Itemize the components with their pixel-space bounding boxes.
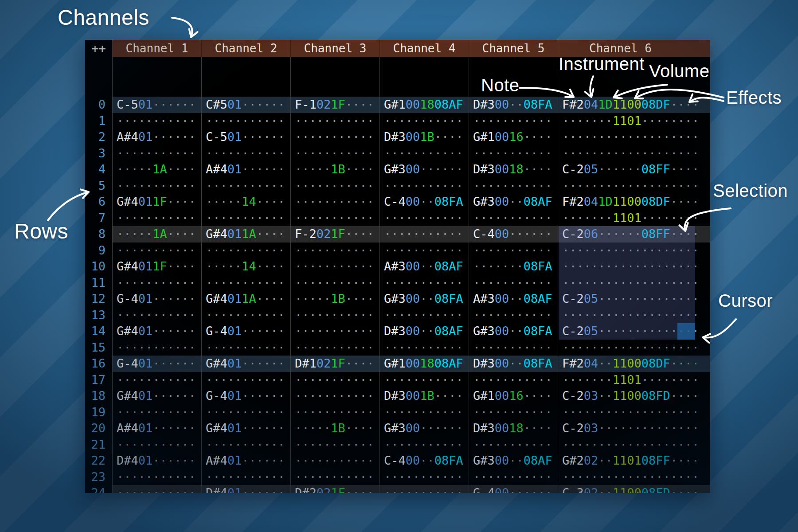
pattern-cell-ch1[interactable]: G#401······ [113, 323, 202, 340]
pattern-cell-ch4[interactable]: ··········· [380, 469, 469, 485]
pattern-cell-ch3[interactable]: ··········· [291, 469, 380, 485]
pattern-cell-ch6[interactable]: ··················· [558, 243, 710, 259]
pattern-cell-ch2[interactable]: G-401······ [202, 388, 291, 404]
pattern-cell-ch3[interactable]: ··········· [291, 113, 380, 129]
channel-header-4[interactable]: Channel 4 [380, 40, 469, 57]
pattern-cell-ch2[interactable]: G-401······ [202, 323, 291, 340]
pattern-cell-ch5[interactable]: ··········· [469, 469, 558, 485]
pattern-cell-ch1[interactable]: G#401······ [113, 388, 202, 404]
pattern-cell-ch5[interactable]: G#10016···· [469, 129, 558, 145]
pattern-cell-ch3[interactable]: ··········· [291, 210, 380, 227]
pattern-cell-ch6[interactable]: C-206······08FF···· [558, 226, 710, 243]
pattern-cell-ch5[interactable]: ··········· [469, 275, 558, 291]
pattern-cell-ch3[interactable]: ··········· [291, 243, 380, 259]
pattern-cell-ch4[interactable]: C-400··08FA [380, 453, 469, 469]
pattern-cell-ch6[interactable]: ··················· [558, 258, 710, 275]
pattern-cell-ch3[interactable]: ··········· [291, 340, 380, 356]
pattern-cell-ch4[interactable]: ··········· [380, 437, 469, 453]
pattern-cell-ch3[interactable]: ··········· [291, 437, 380, 453]
pattern-cell-ch2[interactable]: C#501······ [202, 97, 291, 113]
pattern-cell-ch6[interactable]: ·······1101········ [558, 113, 710, 129]
pattern-cell-ch5[interactable]: ··········· [469, 113, 558, 129]
pattern-cell-ch5[interactable]: ··········· [469, 178, 558, 194]
pattern-cell-ch5[interactable]: C-400······ [469, 226, 558, 243]
pattern-cell-ch5[interactable]: ·······08FA [469, 258, 558, 275]
pattern-cell-ch5[interactable]: D#30018···· [469, 420, 558, 437]
pattern-cell-ch1[interactable]: ··········· [113, 178, 202, 194]
pattern-cell-ch1[interactable]: ··········· [113, 210, 202, 227]
pattern-cell-ch1[interactable]: ··········· [113, 372, 202, 388]
pattern-cell-ch5[interactable]: D#300··08FA [469, 356, 558, 372]
pattern-cell-ch5[interactable]: ··········· [469, 372, 558, 388]
pattern-cell-ch3[interactable]: ··········· [291, 145, 380, 162]
pattern-cell-ch6[interactable]: ··················· [558, 404, 710, 421]
pattern-cell-ch1[interactable]: A#401······ [113, 129, 202, 145]
pattern-cell-ch4[interactable]: D#3001B···· [380, 129, 469, 145]
pattern-cell-ch2[interactable]: G#4011A···· [202, 291, 291, 307]
pattern-cell-ch5[interactable]: G#10016···· [469, 388, 558, 404]
pattern-cell-ch6[interactable]: ··················· [558, 307, 710, 324]
pattern-cell-ch2[interactable]: ··········· [202, 340, 291, 356]
pattern-cell-ch2[interactable]: G#401······ [202, 356, 291, 372]
pattern-cell-ch4[interactable]: ··········· [380, 275, 469, 291]
pattern-cell-ch2[interactable]: ··········· [202, 372, 291, 388]
pattern-cell-ch4[interactable]: ··········· [380, 372, 469, 388]
pattern-cell-ch6[interactable]: ·······1101········ [558, 210, 710, 227]
pattern-cell-ch5[interactable]: G#300··08FA [469, 323, 558, 340]
pattern-cell-ch4[interactable]: ··········· [380, 145, 469, 162]
pattern-cell-ch2[interactable]: A#401······ [202, 161, 291, 178]
channel-header-5[interactable]: Channel 5 [469, 40, 558, 57]
pattern-cell-ch5[interactable]: D#30018···· [469, 161, 558, 178]
pattern-cell-ch6[interactable]: G#202··110108FF···· [558, 453, 710, 469]
pattern-cell-ch2[interactable]: C-501······ [202, 129, 291, 145]
pattern-cell-ch3[interactable]: D#2021F···· [291, 485, 380, 493]
pattern-cell-ch1[interactable]: A#401······ [113, 420, 202, 437]
pattern-cell-ch2[interactable]: G#4011A···· [202, 226, 291, 243]
pattern-cell-ch4[interactable]: ··········· [380, 404, 469, 421]
pattern-cell-ch6[interactable]: ··················· [558, 437, 710, 453]
pattern-cell-ch2[interactable]: D#401······ [202, 485, 291, 493]
pattern-cell-ch4[interactable] [380, 57, 469, 97]
pattern-cell-ch4[interactable]: G#300··08FA [380, 291, 469, 307]
pattern-cell-ch6[interactable]: C-205······08FF···· [558, 161, 710, 178]
pattern-cell-ch4[interactable]: ··········· [380, 226, 469, 243]
pattern-cell-ch4[interactable]: G#1001808AF [380, 97, 469, 113]
pattern-cell-ch6[interactable]: ··················· [558, 340, 710, 356]
pattern-cell-ch1[interactable]: ·····1A···· [113, 161, 202, 178]
pattern-cell-ch6[interactable]: ··················· [558, 275, 710, 291]
pattern-cell-ch1[interactable]: ··········· [113, 404, 202, 421]
pattern-cell-ch1[interactable] [113, 57, 202, 97]
pattern-cell-ch4[interactable]: ··········· [380, 243, 469, 259]
pattern-cell-ch6[interactable]: C-205·············· [558, 291, 710, 307]
pattern-cell-ch3[interactable]: ·····1B···· [291, 291, 380, 307]
pattern-cell-ch6[interactable]: C-203·············· [558, 420, 710, 437]
pattern-cell-ch5[interactable]: G#300··08AF [469, 194, 558, 210]
channel-header-2[interactable]: Channel 2 [202, 40, 291, 57]
pattern-cell-ch3[interactable] [291, 57, 380, 97]
pattern-cell-ch5[interactable]: ··········· [469, 437, 558, 453]
pattern-cell-ch5[interactable]: ··········· [469, 340, 558, 356]
pattern-cell-ch5[interactable]: ··········· [469, 210, 558, 227]
pattern-cell-ch6[interactable]: ··················· [558, 145, 710, 162]
pattern-cell-ch2[interactable]: ··········· [202, 469, 291, 485]
pattern-cell-ch5[interactable]: D#300··08FA [469, 97, 558, 113]
pattern-cell-ch2[interactable]: ·····14···· [202, 194, 291, 210]
pattern-cell-ch3[interactable]: ··········· [291, 178, 380, 194]
pattern-cell-ch6[interactable]: ··················· [558, 469, 710, 485]
pattern-cell-ch5[interactable]: ··········· [469, 145, 558, 162]
pattern-cell-ch3[interactable]: ··········· [291, 307, 380, 324]
pattern-cell-ch1[interactable]: ··········· [113, 275, 202, 291]
channel-header-1[interactable]: Channel 1 [113, 40, 202, 57]
pattern-cell-ch1[interactable]: ··········· [113, 340, 202, 356]
pattern-cell-ch2[interactable]: G#401······ [202, 420, 291, 437]
pattern-cell-ch2[interactable]: ··········· [202, 437, 291, 453]
pattern-cell-ch6[interactable]: ·······1101········ [558, 372, 710, 388]
pattern-cell-ch4[interactable]: G#300······ [380, 420, 469, 437]
pattern-cell-ch6[interactable]: F#2041D110008DF···· [558, 194, 710, 210]
pattern-cell-ch1[interactable]: G-401······ [113, 356, 202, 372]
pattern-cell-ch1[interactable]: ··········· [113, 145, 202, 162]
pattern-cell-ch4[interactable]: ··········· [380, 485, 469, 493]
pattern-cell-ch1[interactable]: ··········· [113, 113, 202, 129]
pattern-cell-ch2[interactable]: ··········· [202, 210, 291, 227]
pattern-cell-ch5[interactable]: A#300··08AF [469, 291, 558, 307]
